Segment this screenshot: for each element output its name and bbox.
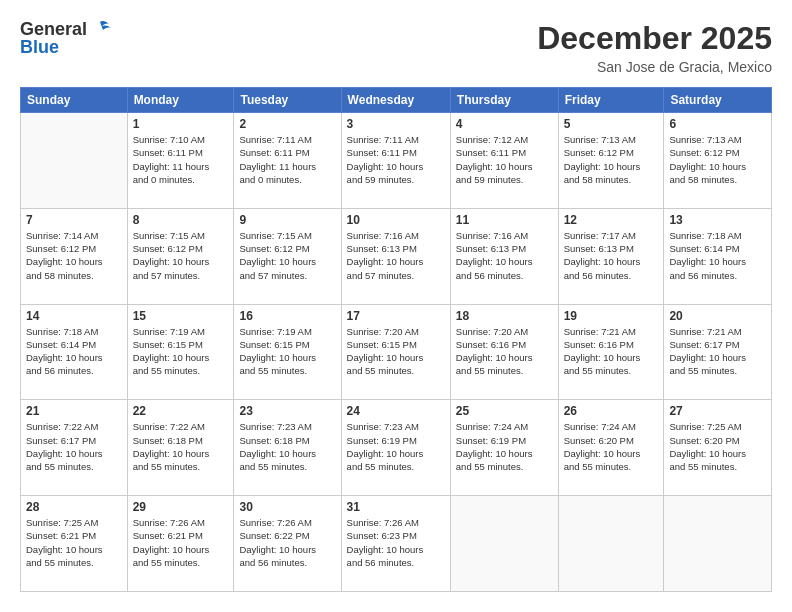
day-info: Sunrise: 7:11 AM Sunset: 6:11 PM Dayligh… [239, 133, 335, 186]
day-info: Sunrise: 7:20 AM Sunset: 6:16 PM Dayligh… [456, 325, 553, 378]
table-row: 11Sunrise: 7:16 AM Sunset: 6:13 PM Dayli… [450, 208, 558, 304]
day-number: 13 [669, 213, 766, 227]
table-row: 20Sunrise: 7:21 AM Sunset: 6:17 PM Dayli… [664, 304, 772, 400]
day-number: 20 [669, 309, 766, 323]
day-number: 7 [26, 213, 122, 227]
logo-bird-icon [89, 20, 111, 38]
day-info: Sunrise: 7:24 AM Sunset: 6:19 PM Dayligh… [456, 420, 553, 473]
day-info: Sunrise: 7:10 AM Sunset: 6:11 PM Dayligh… [133, 133, 229, 186]
day-info: Sunrise: 7:22 AM Sunset: 6:18 PM Dayligh… [133, 420, 229, 473]
table-row [558, 496, 664, 592]
day-number: 21 [26, 404, 122, 418]
table-row: 12Sunrise: 7:17 AM Sunset: 6:13 PM Dayli… [558, 208, 664, 304]
table-row: 7Sunrise: 7:14 AM Sunset: 6:12 PM Daylig… [21, 208, 128, 304]
day-number: 1 [133, 117, 229, 131]
col-monday: Monday [127, 88, 234, 113]
day-number: 12 [564, 213, 659, 227]
day-number: 24 [347, 404, 445, 418]
day-info: Sunrise: 7:16 AM Sunset: 6:13 PM Dayligh… [456, 229, 553, 282]
table-row: 27Sunrise: 7:25 AM Sunset: 6:20 PM Dayli… [664, 400, 772, 496]
location-subtitle: San Jose de Gracia, Mexico [537, 59, 772, 75]
day-info: Sunrise: 7:14 AM Sunset: 6:12 PM Dayligh… [26, 229, 122, 282]
table-row: 24Sunrise: 7:23 AM Sunset: 6:19 PM Dayli… [341, 400, 450, 496]
header: General Blue December 2025 San Jose de G… [20, 20, 772, 75]
day-info: Sunrise: 7:15 AM Sunset: 6:12 PM Dayligh… [133, 229, 229, 282]
day-number: 30 [239, 500, 335, 514]
day-number: 17 [347, 309, 445, 323]
calendar-week-row: 7Sunrise: 7:14 AM Sunset: 6:12 PM Daylig… [21, 208, 772, 304]
day-number: 9 [239, 213, 335, 227]
day-info: Sunrise: 7:17 AM Sunset: 6:13 PM Dayligh… [564, 229, 659, 282]
day-number: 23 [239, 404, 335, 418]
day-info: Sunrise: 7:21 AM Sunset: 6:16 PM Dayligh… [564, 325, 659, 378]
day-info: Sunrise: 7:22 AM Sunset: 6:17 PM Dayligh… [26, 420, 122, 473]
calendar: Sunday Monday Tuesday Wednesday Thursday… [20, 87, 772, 592]
table-row: 25Sunrise: 7:24 AM Sunset: 6:19 PM Dayli… [450, 400, 558, 496]
table-row [21, 113, 128, 209]
day-info: Sunrise: 7:26 AM Sunset: 6:21 PM Dayligh… [133, 516, 229, 569]
day-info: Sunrise: 7:25 AM Sunset: 6:20 PM Dayligh… [669, 420, 766, 473]
day-info: Sunrise: 7:25 AM Sunset: 6:21 PM Dayligh… [26, 516, 122, 569]
day-info: Sunrise: 7:23 AM Sunset: 6:18 PM Dayligh… [239, 420, 335, 473]
table-row: 2Sunrise: 7:11 AM Sunset: 6:11 PM Daylig… [234, 113, 341, 209]
month-title: December 2025 [537, 20, 772, 57]
day-number: 10 [347, 213, 445, 227]
table-row: 13Sunrise: 7:18 AM Sunset: 6:14 PM Dayli… [664, 208, 772, 304]
day-info: Sunrise: 7:15 AM Sunset: 6:12 PM Dayligh… [239, 229, 335, 282]
day-info: Sunrise: 7:13 AM Sunset: 6:12 PM Dayligh… [564, 133, 659, 186]
day-info: Sunrise: 7:18 AM Sunset: 6:14 PM Dayligh… [26, 325, 122, 378]
table-row: 1Sunrise: 7:10 AM Sunset: 6:11 PM Daylig… [127, 113, 234, 209]
day-number: 11 [456, 213, 553, 227]
table-row: 26Sunrise: 7:24 AM Sunset: 6:20 PM Dayli… [558, 400, 664, 496]
table-row: 22Sunrise: 7:22 AM Sunset: 6:18 PM Dayli… [127, 400, 234, 496]
table-row [450, 496, 558, 592]
table-row: 14Sunrise: 7:18 AM Sunset: 6:14 PM Dayli… [21, 304, 128, 400]
day-number: 27 [669, 404, 766, 418]
col-sunday: Sunday [21, 88, 128, 113]
day-info: Sunrise: 7:18 AM Sunset: 6:14 PM Dayligh… [669, 229, 766, 282]
day-number: 15 [133, 309, 229, 323]
title-area: December 2025 San Jose de Gracia, Mexico [537, 20, 772, 75]
day-number: 8 [133, 213, 229, 227]
table-row: 18Sunrise: 7:20 AM Sunset: 6:16 PM Dayli… [450, 304, 558, 400]
day-info: Sunrise: 7:19 AM Sunset: 6:15 PM Dayligh… [239, 325, 335, 378]
calendar-week-row: 1Sunrise: 7:10 AM Sunset: 6:11 PM Daylig… [21, 113, 772, 209]
calendar-week-row: 28Sunrise: 7:25 AM Sunset: 6:21 PM Dayli… [21, 496, 772, 592]
day-info: Sunrise: 7:11 AM Sunset: 6:11 PM Dayligh… [347, 133, 445, 186]
day-number: 18 [456, 309, 553, 323]
day-number: 26 [564, 404, 659, 418]
table-row: 31Sunrise: 7:26 AM Sunset: 6:23 PM Dayli… [341, 496, 450, 592]
day-number: 28 [26, 500, 122, 514]
table-row [664, 496, 772, 592]
day-number: 6 [669, 117, 766, 131]
table-row: 30Sunrise: 7:26 AM Sunset: 6:22 PM Dayli… [234, 496, 341, 592]
logo-blue: Blue [20, 38, 59, 56]
table-row: 19Sunrise: 7:21 AM Sunset: 6:16 PM Dayli… [558, 304, 664, 400]
col-tuesday: Tuesday [234, 88, 341, 113]
day-number: 2 [239, 117, 335, 131]
col-saturday: Saturday [664, 88, 772, 113]
table-row: 23Sunrise: 7:23 AM Sunset: 6:18 PM Dayli… [234, 400, 341, 496]
day-number: 29 [133, 500, 229, 514]
day-number: 5 [564, 117, 659, 131]
table-row: 4Sunrise: 7:12 AM Sunset: 6:11 PM Daylig… [450, 113, 558, 209]
logo: General Blue [20, 20, 111, 56]
calendar-header-row: Sunday Monday Tuesday Wednesday Thursday… [21, 88, 772, 113]
table-row: 9Sunrise: 7:15 AM Sunset: 6:12 PM Daylig… [234, 208, 341, 304]
calendar-week-row: 21Sunrise: 7:22 AM Sunset: 6:17 PM Dayli… [21, 400, 772, 496]
table-row: 17Sunrise: 7:20 AM Sunset: 6:15 PM Dayli… [341, 304, 450, 400]
table-row: 16Sunrise: 7:19 AM Sunset: 6:15 PM Dayli… [234, 304, 341, 400]
day-number: 31 [347, 500, 445, 514]
day-number: 19 [564, 309, 659, 323]
table-row: 21Sunrise: 7:22 AM Sunset: 6:17 PM Dayli… [21, 400, 128, 496]
logo-general: General [20, 20, 87, 38]
day-number: 4 [456, 117, 553, 131]
day-info: Sunrise: 7:16 AM Sunset: 6:13 PM Dayligh… [347, 229, 445, 282]
day-number: 22 [133, 404, 229, 418]
col-wednesday: Wednesday [341, 88, 450, 113]
table-row: 8Sunrise: 7:15 AM Sunset: 6:12 PM Daylig… [127, 208, 234, 304]
day-info: Sunrise: 7:12 AM Sunset: 6:11 PM Dayligh… [456, 133, 553, 186]
day-number: 25 [456, 404, 553, 418]
table-row: 10Sunrise: 7:16 AM Sunset: 6:13 PM Dayli… [341, 208, 450, 304]
table-row: 15Sunrise: 7:19 AM Sunset: 6:15 PM Dayli… [127, 304, 234, 400]
